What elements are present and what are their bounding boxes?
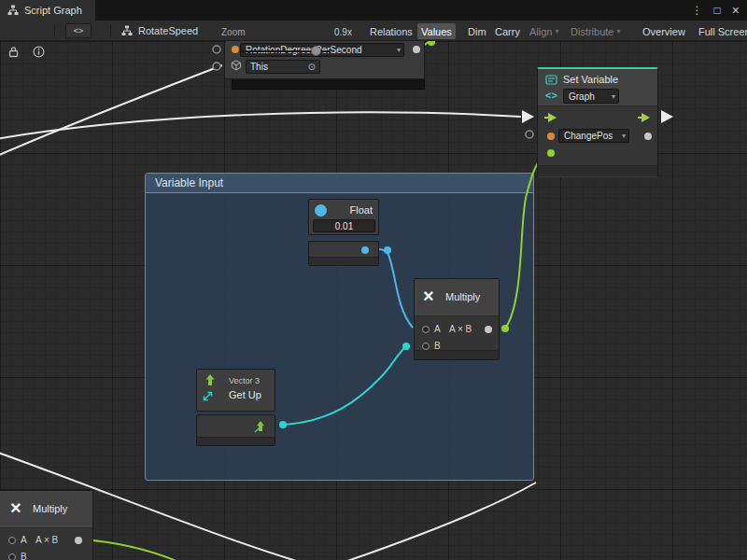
- variable-kind: Graph: [569, 91, 595, 102]
- node-footer: [197, 437, 275, 445]
- port-label-out: A × B: [35, 535, 58, 545]
- float-type-icon: [315, 204, 327, 217]
- float-value: 0.01: [335, 221, 353, 231]
- target-value: This: [250, 62, 268, 72]
- port-label-out: A × B: [449, 324, 472, 334]
- kebab-menu-icon[interactable]: ⋮: [692, 5, 703, 16]
- node-get-up-header[interactable]: Vector 3 Get Up: [196, 369, 275, 412]
- graph-breadcrumb[interactable]: RotateSpeed: [121, 21, 198, 41]
- title-bar: Script Graph ⋮ □ ×: [0, 0, 747, 21]
- maximize-icon[interactable]: □: [714, 5, 721, 16]
- node-footer: [309, 257, 378, 265]
- code-icon: <>: [74, 26, 84, 35]
- info-icon[interactable]: [33, 46, 45, 58]
- port-output[interactable]: [644, 133, 652, 140]
- chevron-down-icon: ▾: [555, 27, 558, 35]
- port-input-value[interactable]: [547, 149, 555, 157]
- port-label-b: B: [21, 552, 27, 560]
- node-title: Multiply: [445, 291, 480, 302]
- close-icon[interactable]: ×: [732, 4, 740, 17]
- group-title: Variable Input: [155, 176, 223, 189]
- flow-in-arrow[interactable]: [544, 112, 557, 123]
- node-title: Get Up: [229, 389, 261, 400]
- chevron-down-icon: ▾: [616, 27, 620, 35]
- set-variable-name: ChangePos: [564, 131, 613, 141]
- node-title: Float: [350, 204, 373, 216]
- tab-title: Script Graph: [24, 5, 82, 16]
- flow-out-arrow[interactable]: [638, 112, 651, 123]
- vector-output-port-icon[interactable]: [253, 420, 268, 434]
- port-output[interactable]: [485, 326, 492, 333]
- set-variable-name-dropdown[interactable]: ChangePos ▾: [558, 129, 629, 143]
- port-input-b[interactable]: [8, 553, 16, 560]
- graph-toolbar: <> RotateSpeed Zoom 0.9x Relations Value…: [0, 21, 747, 41]
- align-button[interactable]: Align ▾: [526, 23, 562, 39]
- port-variable-orange[interactable]: [547, 133, 555, 140]
- dim-button[interactable]: Dim: [464, 23, 490, 39]
- node-float-body[interactable]: [308, 241, 379, 266]
- script-graph-icon: [7, 5, 19, 16]
- toolbar-separator: [54, 24, 55, 37]
- port-variable-orange[interactable]: [232, 46, 239, 53]
- carry-button[interactable]: Carry: [491, 23, 524, 39]
- zoom-value: 0.9x: [334, 27, 352, 37]
- port-input-a[interactable]: [422, 326, 430, 333]
- set-variable-icon: [545, 74, 557, 86]
- toolbar-separator: [110, 24, 111, 37]
- node-set-variable[interactable]: Set Variable <> Graph ▾ ChangePos ▾: [537, 67, 658, 177]
- target-object-field[interactable]: This ⊙: [246, 60, 320, 74]
- multiply-icon: ×: [423, 287, 434, 305]
- group-header[interactable]: Variable Input: [146, 174, 533, 193]
- port-label-a: A: [21, 535, 27, 545]
- node-footer: [415, 350, 499, 359]
- port-output[interactable]: [413, 46, 420, 53]
- node-title: Set Variable: [563, 74, 618, 85]
- graph-icon: [121, 25, 133, 36]
- node-header[interactable]: × Multiply: [415, 279, 499, 316]
- float-value-field[interactable]: 0.01: [313, 219, 375, 232]
- tab-script-graph[interactable]: Script Graph: [0, 0, 95, 21]
- window-controls: ⋮ □ ×: [692, 0, 740, 21]
- node-title: Multiply: [33, 503, 67, 514]
- code-view-button[interactable]: <>: [65, 23, 92, 38]
- variable-kind-dropdown[interactable]: Graph ▾: [563, 89, 619, 104]
- relations-button[interactable]: Relations: [366, 23, 416, 39]
- node-multiply-2[interactable]: × Multiply A A × B B: [0, 490, 93, 560]
- port-label-a: A: [434, 324, 441, 334]
- multiply-icon: ×: [10, 498, 21, 517]
- overview-button[interactable]: Overview: [639, 23, 689, 39]
- target-picker-icon[interactable]: ⊙: [308, 62, 316, 72]
- node-get-up-body[interactable]: [196, 414, 275, 446]
- port-output[interactable]: [75, 537, 82, 544]
- zoom-slider-handle[interactable]: [311, 46, 321, 56]
- node-footer-strip: [232, 79, 425, 90]
- lock-icon[interactable]: [8, 46, 19, 58]
- chevron-down-icon: ▾: [608, 92, 615, 101]
- values-button[interactable]: Values: [417, 23, 456, 39]
- node-float-header[interactable]: Float 0.01: [308, 199, 379, 235]
- distribute-button[interactable]: Distribute ▾: [567, 23, 624, 39]
- full-screen-button[interactable]: Full Screen: [695, 23, 747, 39]
- node-header[interactable]: Set Variable <> Graph ▾: [538, 69, 657, 106]
- zoom-label: Zoom: [221, 27, 246, 37]
- code-icon: <>: [545, 90, 557, 101]
- node-rotation-variable[interactable]: RotationDegreesPerSecond ▾ This ⊙: [224, 41, 425, 79]
- diagonal-arrows-icon: [202, 390, 214, 402]
- node-header[interactable]: × Multiply: [0, 491, 92, 528]
- node-multiply[interactable]: × Multiply A A × B B: [414, 278, 500, 360]
- node-footer: [538, 165, 657, 176]
- port-input-a[interactable]: [8, 537, 16, 544]
- port-input-b[interactable]: [422, 343, 430, 350]
- chevron-down-icon: ▾: [393, 46, 401, 54]
- cube-icon: [231, 60, 242, 71]
- chevron-down-icon: ▾: [618, 132, 626, 140]
- script-graph-window: Variable Input RotationDegreesPerSecond …: [0, 0, 747, 560]
- node-type-label: Vector 3: [229, 376, 260, 385]
- graph-name: RotateSpeed: [138, 25, 198, 36]
- up-arrow-icon: [204, 373, 216, 386]
- port-float-output[interactable]: [361, 246, 369, 254]
